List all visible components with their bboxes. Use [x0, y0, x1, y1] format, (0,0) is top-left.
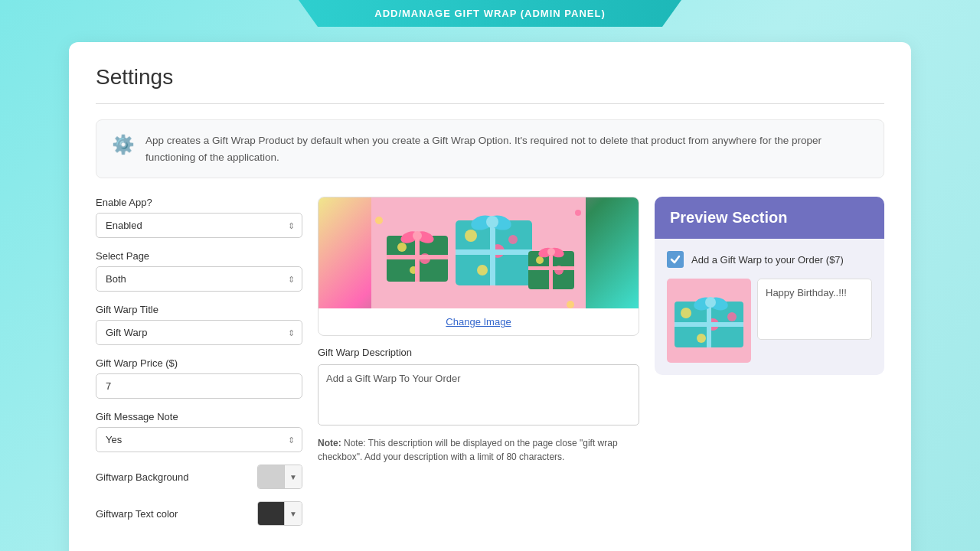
svg-point-21: [536, 256, 544, 264]
svg-point-27: [547, 248, 555, 256]
change-image-link[interactable]: Change Image: [318, 308, 639, 335]
preview-content: Add a Gift Warp to your Order ($7): [655, 239, 884, 375]
select-page-label: Select Page: [96, 250, 302, 262]
svg-point-14: [508, 235, 518, 244]
select-page-group: Select Page BothCartCheckout: [96, 250, 302, 292]
preview-gift-image: [667, 279, 751, 363]
content-area: Enable App? EnabledDisabled Select Page …: [96, 197, 884, 538]
image-box: Change Image: [318, 197, 639, 336]
checkmark-icon: [670, 254, 681, 265]
gift-warp-title-group: Gift Warp Title Gift Warp: [96, 304, 302, 345]
right-panel: Preview Section Add a Gift Warp to your …: [655, 197, 884, 375]
gift-image: [318, 197, 639, 308]
top-banner: ADD/MANAGE GIFT WRAP (ADMIN PANEL): [299, 0, 681, 27]
gift-message-note-select[interactable]: YesNo: [96, 427, 302, 452]
gift-warp-price-label: Gift Warp Price ($): [96, 357, 302, 369]
main-card: Settings ⚙️ App creates a Gift Wrap Prod…: [69, 42, 911, 551]
preview-header: Preview Section: [655, 197, 884, 239]
gift-warp-price-input[interactable]: [96, 373, 302, 399]
preview-checkbox[interactable]: [667, 251, 684, 268]
gift-message-note-label: Gift Message Note: [96, 411, 302, 422]
bg-color-arrow[interactable]: ▼: [284, 465, 302, 488]
info-text: App creates a Gift Wrap Product by defau…: [145, 132, 868, 165]
enable-app-select[interactable]: EnabledDisabled: [96, 213, 302, 238]
preview-checkbox-label: Add a Gift Warp to your Order ($7): [691, 254, 844, 266]
select-page-select[interactable]: BothCartCheckout: [96, 266, 302, 292]
svg-point-11: [465, 230, 477, 242]
giftwarp-text-color-label: Giftwarp Text color: [96, 508, 178, 520]
giftwarp-bg-picker[interactable]: ▼: [257, 465, 302, 489]
info-box: ⚙️ App creates a Gift Wrap Product by de…: [96, 119, 884, 178]
svg-rect-38: [675, 322, 743, 327]
svg-rect-24: [528, 266, 574, 270]
preview-gift-svg: [667, 279, 751, 363]
svg-point-28: [375, 217, 383, 224]
svg-point-41: [705, 297, 716, 308]
giftwarp-bg-label: Giftwarp Background: [96, 471, 188, 483]
page-title: Settings: [96, 65, 884, 90]
middle-panel: Change Image Gift Warp Description Add a…: [318, 197, 639, 464]
svg-rect-6: [387, 255, 448, 259]
giftwarp-bg-group: Giftwarp Background ▼: [96, 465, 302, 489]
preview-message-box: Happy Birthday..!!!: [757, 279, 872, 340]
svg-point-9: [413, 231, 422, 240]
preview-checkbox-row: Add a Gift Warp to your Order ($7): [667, 251, 872, 268]
description-label: Gift Warp Description: [318, 347, 639, 358]
svg-point-29: [575, 210, 581, 216]
description-note: Note: Note: This description will be dis…: [318, 436, 639, 464]
gift-warp-title-label: Gift Warp Title: [96, 304, 302, 315]
preview-box: Preview Section Add a Gift Warp to your …: [655, 197, 884, 375]
info-icon: ⚙️: [112, 134, 135, 155]
svg-point-33: [681, 308, 691, 318]
svg-point-35: [697, 334, 706, 343]
svg-point-30: [567, 301, 574, 308]
gift-image-svg: [318, 197, 639, 308]
gift-warp-price-group: Gift Warp Price ($): [96, 357, 302, 399]
giftwarp-text-color-picker[interactable]: ▼: [257, 501, 302, 526]
description-textarea[interactable]: Add a Gift Warp To Your Order: [318, 364, 639, 425]
text-color-swatch: [258, 502, 284, 525]
enable-app-label: Enable App?: [96, 197, 302, 208]
enable-app-group: Enable App? EnabledDisabled: [96, 197, 302, 238]
svg-rect-16: [456, 249, 532, 255]
gift-message-note-group: Gift Message Note YesNo: [96, 411, 302, 452]
preview-image-area: Happy Birthday..!!!: [667, 279, 872, 363]
text-color-arrow[interactable]: ▼: [284, 502, 302, 525]
svg-point-2: [397, 243, 407, 252]
svg-point-13: [477, 265, 488, 276]
svg-point-19: [486, 216, 498, 228]
left-panel: Enable App? EnabledDisabled Select Page …: [96, 197, 302, 538]
svg-point-36: [727, 312, 737, 321]
gift-warp-title-select[interactable]: Gift Warp: [96, 320, 302, 345]
bg-color-swatch: [258, 465, 284, 488]
title-divider: [96, 103, 884, 104]
giftwarp-text-color-group: Giftwarp Text color ▼: [96, 501, 302, 526]
